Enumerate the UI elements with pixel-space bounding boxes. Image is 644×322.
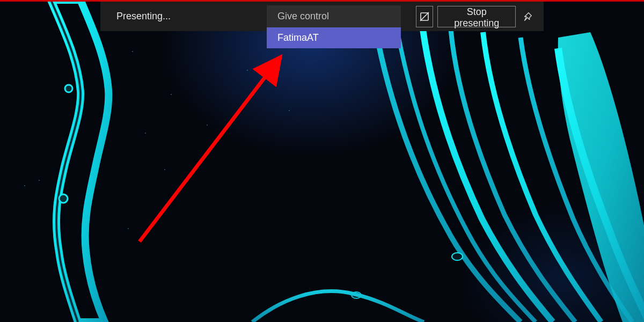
include-system-audio-button[interactable] [416, 6, 433, 27]
include-system-audio-off-icon [419, 11, 430, 22]
svg-line-5 [420, 12, 429, 21]
svg-point-1 [59, 194, 68, 203]
pin-toolbar-button[interactable] [519, 6, 536, 27]
presenting-status-label: Presenting... [106, 11, 267, 22]
pin-icon [523, 12, 532, 21]
screen-share-top-border [0, 0, 644, 2]
toolbar-right-section: Stop presenting [406, 2, 544, 31]
stop-presenting-button[interactable]: Stop presenting [437, 6, 516, 27]
give-control-dropdown[interactable]: Give control [267, 5, 401, 27]
give-control-dropdown-wrap: Give control FatimaAT [267, 5, 401, 27]
presenter-toolbar: Presenting... Give control FatimaAT Stop… [100, 2, 544, 31]
toolbar-left-section: Presenting... Give control FatimaAT [100, 2, 406, 31]
svg-point-0 [65, 85, 72, 92]
svg-point-2 [452, 253, 463, 260]
give-control-option[interactable]: FatimaAT [267, 27, 401, 48]
give-control-dropdown-menu: FatimaAT [267, 27, 401, 48]
shared-screen-background [0, 0, 644, 322]
